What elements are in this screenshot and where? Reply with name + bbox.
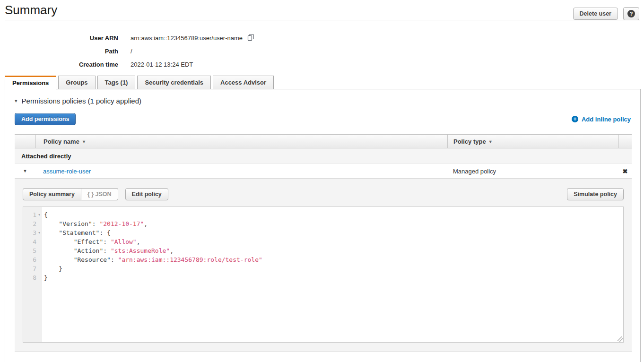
tab-bar: Permissions Groups Tags (1) Security cre… <box>5 76 274 89</box>
user-arn-label: User ARN <box>0 34 118 42</box>
help-button[interactable]: ? <box>623 7 639 20</box>
remove-policy-icon[interactable]: ✖ <box>623 168 628 175</box>
add-permissions-button[interactable]: Add permissions <box>15 113 76 125</box>
code-line: { <box>44 210 623 219</box>
permissions-policies-section-header[interactable]: ▾ Permissions policies (1 policy applied… <box>15 97 631 105</box>
add-inline-policy-link[interactable]: + Add inline policy <box>572 116 631 123</box>
code-line: } <box>44 264 623 273</box>
table-header-row: Policy name ▾ Policy type ▾ <box>15 134 632 148</box>
tab-groups[interactable]: Groups <box>58 76 95 89</box>
policy-actions-row: Add permissions + Add inline policy <box>15 113 631 125</box>
gutter-line: 5 <box>23 246 42 255</box>
gutter-line: 2 <box>23 219 42 228</box>
sort-arrow-icon: ▾ <box>83 139 85 144</box>
gutter-line: 6 <box>23 255 42 264</box>
permissions-tab-panel: ▾ Permissions policies (1 policy applied… <box>5 89 641 362</box>
json-policy-editor[interactable]: 1▾23▾45678 { "Version": "2012-10-17", "S… <box>23 207 624 343</box>
plus-circle-icon: + <box>572 116 578 122</box>
expand-row-caret-icon[interactable]: ▼ <box>23 169 27 173</box>
gutter-line: 8 <box>23 273 42 282</box>
json-view-button[interactable]: { } JSON <box>81 188 118 200</box>
gutter-line: 4 <box>23 237 42 246</box>
user-info-fields: User ARN arn:aws:iam::123456789:user/use… <box>0 31 254 71</box>
header-actions-column <box>618 135 632 148</box>
policy-type-value: Managed policy <box>453 168 496 175</box>
tab-permissions[interactable]: Permissions <box>5 76 56 90</box>
policy-summary-button[interactable]: Policy summary <box>23 188 81 200</box>
code-line: "Version": "2012-10-17", <box>44 219 623 228</box>
code-line: "Statement": { <box>44 228 623 237</box>
editor-gutter: 1▾23▾45678 <box>23 207 42 342</box>
column-header-policy-type[interactable]: Policy type ▾ <box>447 135 618 148</box>
column-header-policy-name[interactable]: Policy name ▾ <box>35 135 447 148</box>
creation-time-value: 2022-01-12 13:24 EDT <box>131 61 193 68</box>
gutter-line: 3▾ <box>23 228 42 237</box>
creation-time-label: Creation time <box>0 61 118 68</box>
tab-access-advisor[interactable]: Access Advisor <box>213 76 274 89</box>
help-icon: ? <box>627 10 635 17</box>
code-line: "Action": "sts:AssumeRole", <box>44 246 623 255</box>
edit-policy-button[interactable]: Edit policy <box>125 188 168 200</box>
group-row-attached-directly: Attached directly <box>15 148 632 164</box>
page-title: Summary <box>5 3 57 17</box>
copy-icon[interactable] <box>247 34 254 43</box>
gutter-line: 1▾ <box>23 210 42 219</box>
iam-user-summary-page: Summary Delete user ? User ARN arn:aws:i… <box>0 0 644 362</box>
path-row: Path / <box>0 44 254 58</box>
path-value: / <box>131 48 132 55</box>
fold-icon[interactable]: ▾ <box>36 228 42 237</box>
tab-tags[interactable]: Tags (1) <box>97 76 136 89</box>
user-arn-row: User ARN arn:aws:iam::123456789:user/use… <box>0 31 254 44</box>
tab-security-credentials[interactable]: Security credentials <box>137 76 211 89</box>
code-line: "Resource": "arn:aws:iam::123456789:role… <box>44 255 623 264</box>
gutter-line: 7 <box>23 264 42 273</box>
policy-detail-panel: Policy summary { } JSON Edit policy Simu… <box>15 179 632 352</box>
creation-time-row: Creation time 2022-01-12 13:24 EDT <box>0 58 254 71</box>
policy-row-assume-role-user: ▼ assume-role-user Managed policy ✖ <box>15 164 632 179</box>
attached-policies-table: Policy name ▾ Policy type ▾ Attached dir… <box>15 134 632 352</box>
collapse-caret-icon: ▾ <box>15 98 17 104</box>
title-divider <box>5 20 640 20</box>
code-line: } <box>44 273 623 282</box>
section-heading: Permissions policies (1 policy applied) <box>22 97 141 105</box>
header-actions: Delete user ? <box>573 7 639 20</box>
user-arn-value: arn:aws:iam::123456789:user/user-name <box>131 34 243 42</box>
sort-arrow-icon: ▾ <box>489 139 492 144</box>
policy-name-link[interactable]: assume-role-user <box>43 168 91 175</box>
delete-user-button[interactable]: Delete user <box>573 8 618 20</box>
fold-icon[interactable]: ▾ <box>36 210 42 219</box>
editor-resize-handle[interactable] <box>618 336 623 342</box>
code-line: "Effect": "Allow", <box>44 237 623 246</box>
editor-code[interactable]: { "Version": "2012-10-17", "Statement": … <box>42 207 623 342</box>
simulate-policy-button[interactable]: Simulate policy <box>567 188 624 200</box>
policy-detail-toolbar: Policy summary { } JSON Edit policy Simu… <box>23 188 624 200</box>
view-toggle-group: Policy summary { } JSON <box>23 188 118 200</box>
path-label: Path <box>0 48 118 55</box>
